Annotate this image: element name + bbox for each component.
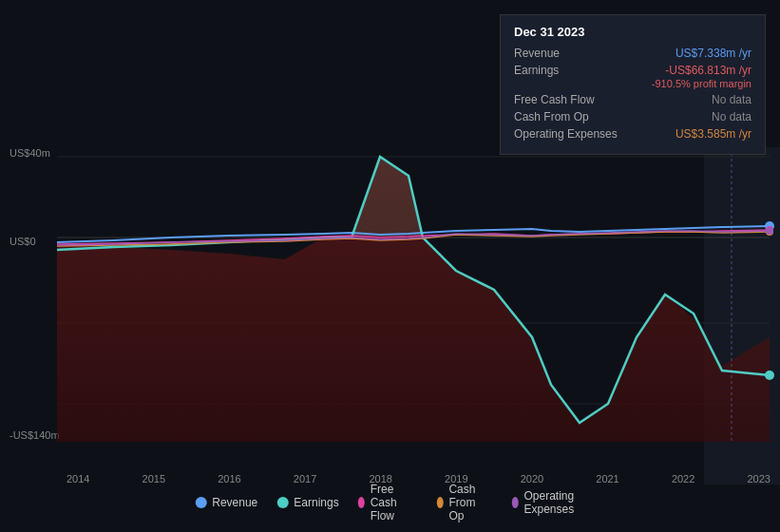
legend-item-opex[interactable]: Operating Expenses: [511, 489, 584, 516]
tooltip-label-cashfromop: Cash From Op: [514, 110, 618, 124]
tooltip-value-earnings: -US$66.813m /yr -910.5% profit margin: [652, 64, 751, 89]
chart-svg: [0, 147, 780, 442]
profit-margin: -910.5% profit margin: [652, 78, 751, 89]
tooltip-row-fcf: Free Cash Flow No data: [514, 93, 751, 106]
tooltip-row-revenue: Revenue US$7.338m /yr: [514, 47, 751, 60]
tooltip-label-fcf: Free Cash Flow: [514, 93, 618, 106]
earnings-value: -US$66.813m /yr: [665, 64, 751, 77]
legend-item-earnings[interactable]: Earnings: [276, 496, 338, 509]
legend-label-revenue: Revenue: [212, 496, 257, 509]
tooltip-label-opex: Operating Expenses: [514, 127, 618, 141]
legend-item-fcf[interactable]: Free Cash Flow: [358, 483, 418, 522]
legend-dot-revenue: [195, 497, 206, 508]
tooltip-date: Dec 31 2023: [514, 25, 751, 39]
tooltip-row-cashfromop: Cash From Op No data: [514, 110, 751, 124]
chart-legend: Revenue Earnings Free Cash Flow Cash Fro…: [195, 483, 585, 522]
legend-dot-opex: [511, 497, 518, 508]
x-label-2021: 2021: [596, 473, 618, 484]
tooltip-value-fcf: No data: [712, 93, 751, 106]
tooltip-value-cashfromop: No data: [712, 110, 751, 124]
tooltip-panel: Dec 31 2023 Revenue US$7.338m /yr Earnin…: [500, 14, 766, 155]
legend-item-revenue[interactable]: Revenue: [195, 496, 257, 509]
legend-label-earnings: Earnings: [294, 496, 338, 509]
legend-dot-fcf: [358, 497, 365, 508]
x-label-2014: 2014: [67, 473, 89, 484]
x-label-2015: 2015: [143, 473, 165, 484]
legend-item-cashfromop[interactable]: Cash From Op: [436, 483, 492, 522]
tooltip-row-opex: Operating Expenses US$3.585m /yr: [514, 127, 751, 141]
legend-label-opex: Operating Expenses: [523, 489, 584, 516]
x-label-2023: 2023: [747, 473, 770, 484]
tooltip-value-revenue: US$7.338m /yr: [675, 47, 751, 60]
tooltip-row-earnings: Earnings -US$66.813m /yr -910.5% profit …: [514, 64, 751, 89]
tooltip-value-opex: US$3.585m /yr: [675, 127, 751, 141]
legend-dot-earnings: [276, 497, 288, 508]
legend-label-cashfromop: Cash From Op: [448, 483, 492, 522]
x-label-2022: 2022: [672, 473, 694, 484]
legend-dot-cashfromop: [436, 497, 443, 508]
legend-label-fcf: Free Cash Flow: [371, 483, 418, 522]
svg-point-6: [765, 370, 774, 380]
tooltip-label-earnings: Earnings: [514, 64, 618, 77]
tooltip-label-revenue: Revenue: [514, 47, 618, 60]
svg-point-9: [766, 227, 773, 235]
